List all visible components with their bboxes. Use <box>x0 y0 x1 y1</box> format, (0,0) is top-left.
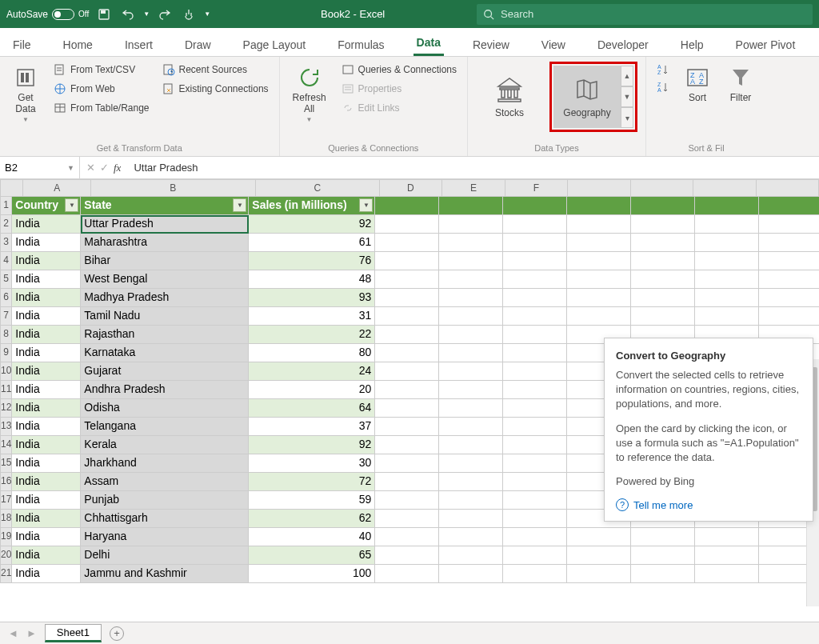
cell[interactable] <box>759 252 819 270</box>
cell[interactable] <box>375 528 439 546</box>
refresh-all-button[interactable]: Refresh All ▼ <box>288 62 331 126</box>
cell[interactable]: India <box>12 215 81 234</box>
existing-connections-button[interactable]: Existing Connections <box>160 81 271 97</box>
cell[interactable] <box>439 252 503 270</box>
row-header[interactable]: 3 <box>0 234 12 252</box>
table-header-c[interactable]: Sales (in Millions)▼ <box>249 197 375 215</box>
cell[interactable] <box>439 454 503 473</box>
cell[interactable]: India <box>12 307 81 326</box>
cell[interactable] <box>439 234 503 252</box>
cell[interactable] <box>567 565 631 583</box>
cell[interactable]: 48 <box>249 270 375 289</box>
row-header[interactable]: 9 <box>0 344 12 362</box>
cell[interactable]: 30 <box>249 454 375 473</box>
cell[interactable]: India <box>12 454 81 473</box>
cell[interactable] <box>695 289 759 307</box>
row-header[interactable]: 10 <box>0 362 12 381</box>
cell[interactable] <box>439 510 503 528</box>
sort-desc-button[interactable]: ZA <box>654 79 672 95</box>
cell[interactable] <box>759 215 819 234</box>
cell[interactable] <box>503 270 567 289</box>
cell[interactable]: 59 <box>249 491 375 510</box>
row-header[interactable]: 16 <box>0 473 12 491</box>
queries-connections-button[interactable]: Queries & Connections <box>339 62 459 78</box>
col-header-e[interactable]: E <box>442 179 505 197</box>
col-header-c[interactable]: C <box>256 179 380 197</box>
col-header-g[interactable] <box>568 179 630 197</box>
cell[interactable] <box>503 381 567 399</box>
tab-developer[interactable]: Developer <box>594 38 652 56</box>
cell[interactable] <box>695 528 759 546</box>
get-data-button[interactable]: Get Data ▼ <box>8 62 43 126</box>
cell[interactable] <box>631 234 695 252</box>
cell[interactable] <box>631 215 695 234</box>
from-table-range-button[interactable]: From Table/Range <box>51 100 152 116</box>
cell[interactable] <box>439 528 503 546</box>
cell[interactable] <box>695 252 759 270</box>
cell[interactable]: India <box>12 344 81 362</box>
cell[interactable]: Madhya Pradesh <box>81 289 249 307</box>
cell[interactable]: 92 <box>249 215 375 234</box>
row-header[interactable]: 11 <box>0 381 12 399</box>
cell[interactable] <box>375 473 439 491</box>
cell[interactable] <box>503 399 567 418</box>
cell[interactable] <box>503 473 567 491</box>
cell[interactable]: India <box>12 289 81 307</box>
cell[interactable]: Rajasthan <box>81 326 249 344</box>
cell[interactable] <box>567 197 631 215</box>
cell[interactable] <box>567 546 631 565</box>
cell[interactable]: Uttar Pradesh <box>81 215 249 234</box>
cell[interactable] <box>567 270 631 289</box>
cell[interactable]: Assam <box>81 473 249 491</box>
cell[interactable] <box>439 381 503 399</box>
cell[interactable] <box>375 289 439 307</box>
cell[interactable] <box>375 454 439 473</box>
cell[interactable]: India <box>12 473 81 491</box>
cell[interactable] <box>759 270 819 289</box>
cell[interactable] <box>759 289 819 307</box>
sort-button[interactable]: ZAAZ Sort <box>680 62 715 106</box>
filter-button[interactable]: Filter <box>723 62 758 106</box>
cell[interactable] <box>567 234 631 252</box>
cell[interactable] <box>503 197 567 215</box>
col-header-h[interactable] <box>631 179 693 197</box>
row-header[interactable]: 7 <box>0 307 12 326</box>
cell[interactable] <box>375 215 439 234</box>
col-header-a[interactable]: A <box>23 179 90 197</box>
filter-dropdown-icon[interactable]: ▼ <box>233 198 246 212</box>
tab-insert[interactable]: Insert <box>122 38 156 56</box>
filter-dropdown-icon[interactable]: ▼ <box>359 198 373 212</box>
cell[interactable] <box>631 546 695 565</box>
cell[interactable]: 61 <box>249 234 375 252</box>
cell[interactable] <box>631 307 695 326</box>
cell[interactable]: 93 <box>249 289 375 307</box>
cell[interactable] <box>759 234 819 252</box>
cell[interactable]: India <box>12 234 81 252</box>
cell[interactable] <box>375 252 439 270</box>
cell[interactable] <box>567 289 631 307</box>
tab-help[interactable]: Help <box>677 38 707 56</box>
cell[interactable] <box>503 307 567 326</box>
cell[interactable] <box>439 546 503 565</box>
cell[interactable] <box>503 234 567 252</box>
cell[interactable]: 37 <box>249 418 375 436</box>
cell[interactable]: India <box>12 399 81 418</box>
tab-power-pivot[interactable]: Power Pivot <box>733 38 799 56</box>
cell[interactable] <box>503 565 567 583</box>
cell[interactable] <box>375 234 439 252</box>
cell[interactable]: Telangana <box>81 418 249 436</box>
table-header-b[interactable]: State▼ <box>81 197 249 215</box>
cell[interactable] <box>759 197 819 215</box>
cell[interactable]: Gujarat <box>81 362 249 381</box>
cell[interactable] <box>631 270 695 289</box>
cell[interactable]: 80 <box>249 344 375 362</box>
cell[interactable] <box>503 289 567 307</box>
cell[interactable] <box>439 215 503 234</box>
search-input[interactable] <box>501 8 806 20</box>
cell[interactable]: 40 <box>249 528 375 546</box>
data-type-up[interactable]: ▲ <box>621 66 633 86</box>
search-box[interactable] <box>477 4 813 25</box>
cell[interactable]: India <box>12 436 81 454</box>
cell[interactable] <box>695 565 759 583</box>
row-header[interactable]: 21 <box>0 565 12 583</box>
